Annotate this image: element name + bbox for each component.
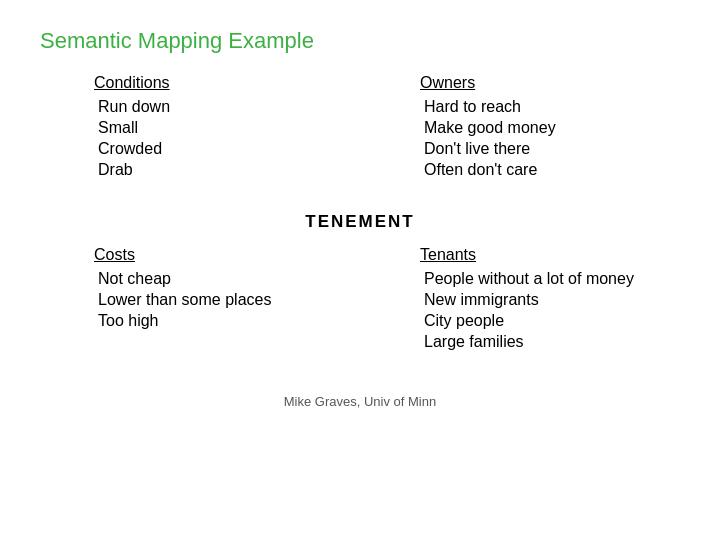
owners-item-4: Often don't care xyxy=(420,161,660,179)
tenants-item-4: Large families xyxy=(420,333,660,351)
owners-quadrant: Owners Hard to reach Make good money Don… xyxy=(360,74,680,202)
semantic-map: Conditions Run down Small Crowded Drab O… xyxy=(0,74,720,409)
costs-quadrant: Costs Not cheap Lower than some places T… xyxy=(40,246,360,374)
tenants-label: Tenants xyxy=(420,246,476,264)
costs-item-1: Not cheap xyxy=(94,270,340,288)
owners-item-3: Don't live there xyxy=(420,140,660,158)
tenants-item-3: City people xyxy=(420,312,660,330)
center-label: TENEMENT xyxy=(40,212,680,232)
tenants-item-1: People without a lot of money xyxy=(420,270,660,288)
conditions-quadrant: Conditions Run down Small Crowded Drab xyxy=(40,74,360,202)
tenants-quadrant: Tenants People without a lot of money Ne… xyxy=(360,246,680,374)
conditions-item-2: Small xyxy=(94,119,340,137)
owners-label: Owners xyxy=(420,74,475,92)
page-title: Semantic Mapping Example xyxy=(0,0,720,74)
tenants-item-2: New immigrants xyxy=(420,291,660,309)
costs-label: Costs xyxy=(94,246,135,264)
costs-item-2: Lower than some places xyxy=(94,291,340,309)
conditions-item-3: Crowded xyxy=(94,140,340,158)
conditions-item-1: Run down xyxy=(94,98,340,116)
owners-item-2: Make good money xyxy=(420,119,660,137)
credit: Mike Graves, Univ of Minn xyxy=(40,394,680,409)
owners-item-1: Hard to reach xyxy=(420,98,660,116)
costs-item-3: Too high xyxy=(94,312,340,330)
conditions-label: Conditions xyxy=(94,74,170,92)
conditions-item-4: Drab xyxy=(94,161,340,179)
